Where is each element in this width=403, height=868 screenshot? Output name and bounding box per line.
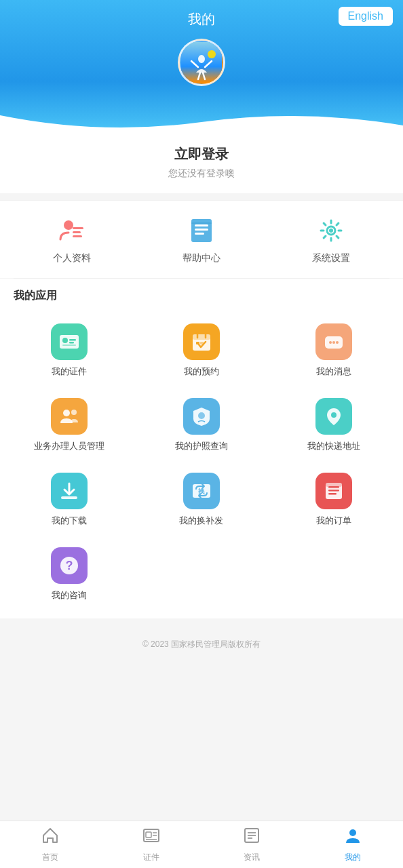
svg-rect-8 [73, 227, 83, 229]
replacement-label: 我的换补发 [179, 515, 223, 527]
nav-mine[interactable]: 我的 [303, 821, 404, 869]
svg-rect-44 [326, 483, 342, 487]
my-appointments-icon [183, 323, 220, 360]
my-messages-label: 我的消息 [316, 366, 351, 378]
svg-point-36 [331, 412, 337, 418]
nav-home-label: 首页 [42, 852, 58, 863]
nav-certificate-label: 证件 [143, 852, 159, 863]
my-downloads-label: 我的下载 [52, 515, 87, 527]
agent-management-icon [51, 398, 88, 435]
my-orders-label: 我的订单 [316, 515, 351, 527]
my-apps-title: 我的应用 [0, 279, 403, 307]
replacement-icon: 换 [183, 473, 220, 509]
svg-point-30 [329, 341, 332, 344]
svg-point-7 [64, 220, 73, 230]
svg-point-56 [349, 829, 356, 836]
quick-actions: 个人资料 帮助中心 系统设置 [0, 200, 403, 278]
my-certificates-label: 我的证件 [52, 366, 87, 378]
header-wave [0, 102, 403, 136]
svg-rect-21 [69, 342, 74, 344]
header: 我的 English [0, 0, 403, 136]
delivery-address-icon [315, 398, 352, 435]
settings-icon [315, 214, 347, 247]
footer-copyright: © 2023 国家移民管理局版权所有 [0, 618, 403, 664]
quick-action-settings[interactable]: 系统设置 [267, 214, 396, 264]
passport-query-icon [183, 398, 220, 435]
app-replacement[interactable]: 换 我的换补发 [136, 462, 268, 537]
my-consultation-icon: ? [51, 547, 88, 584]
bottom-nav-spacer [0, 664, 403, 711]
svg-point-31 [332, 341, 335, 344]
passport-query-label: 我的护照查询 [175, 440, 228, 452]
news-icon [243, 827, 261, 849]
svg-rect-24 [193, 334, 210, 340]
agent-management-label: 业务办理人员管理 [34, 440, 104, 452]
svg-rect-42 [328, 490, 339, 492]
svg-rect-12 [195, 224, 208, 226]
my-orders-icon [315, 473, 352, 509]
mine-icon [344, 827, 362, 849]
svg-text:?: ? [66, 559, 73, 572]
svg-point-2 [198, 55, 205, 63]
app-my-messages[interactable]: 我的消息 [267, 313, 400, 388]
avatar-container[interactable] [178, 39, 225, 86]
my-certificates-icon [51, 323, 88, 360]
settings-label: 系统设置 [312, 252, 350, 264]
nav-certificate[interactable]: 证件 [101, 821, 202, 869]
apps-grid: 我的证件 我的预约 我的消息 [0, 307, 403, 618]
svg-point-34 [71, 410, 77, 415]
quick-action-personal-info[interactable]: 个人资料 [7, 214, 136, 264]
svg-rect-37 [61, 496, 77, 499]
help-center-icon [185, 214, 218, 247]
home-icon [41, 827, 59, 849]
personal-info-icon [56, 214, 88, 247]
svg-rect-13 [195, 229, 208, 231]
svg-point-1 [208, 50, 216, 58]
delivery-address-label: 我的快递地址 [307, 440, 360, 452]
svg-rect-14 [195, 233, 204, 235]
svg-rect-18 [60, 335, 79, 349]
svg-rect-48 [146, 832, 151, 837]
nav-news-label: 资讯 [244, 852, 260, 863]
my-appointments-label: 我的预约 [184, 366, 219, 378]
app-agent-management[interactable]: 业务办理人员管理 [3, 388, 136, 462]
profile-subtitle: 您还没有登录噢 [168, 167, 235, 180]
personal-info-label: 个人资料 [53, 252, 91, 264]
svg-rect-22 [62, 344, 76, 346]
profile-name: 立即登录 [174, 145, 229, 163]
svg-rect-9 [73, 231, 81, 233]
my-messages-icon [315, 323, 352, 360]
app-my-orders[interactable]: 我的订单 [267, 462, 400, 537]
svg-rect-10 [73, 235, 82, 237]
app-my-downloads[interactable]: 我的下载 [3, 462, 136, 537]
app-delivery-address[interactable]: 我的快递地址 [267, 388, 400, 462]
certificate-icon [142, 827, 160, 849]
svg-rect-43 [328, 493, 337, 495]
svg-point-19 [62, 338, 68, 343]
app-my-consultation[interactable]: ? 我的咨询 [3, 537, 136, 612]
profile-section[interactable]: 立即登录 您还没有登录噢 [0, 135, 403, 193]
help-center-label: 帮助中心 [183, 252, 220, 264]
nav-home[interactable]: 首页 [0, 821, 101, 869]
svg-point-33 [63, 410, 70, 416]
my-consultation-label: 我的咨询 [52, 589, 87, 601]
svg-rect-20 [69, 339, 76, 341]
svg-point-32 [336, 341, 339, 344]
avatar [178, 39, 225, 86]
english-button[interactable]: English [339, 7, 393, 26]
quick-action-help-center[interactable]: 帮助中心 [136, 214, 266, 264]
my-downloads-icon [51, 473, 88, 509]
app-passport-query[interactable]: 我的护照查询 [136, 388, 268, 462]
svg-point-35 [198, 412, 205, 419]
svg-text:换: 换 [197, 488, 206, 495]
nav-mine-label: 我的 [345, 852, 361, 863]
app-my-certificates[interactable]: 我的证件 [3, 313, 136, 388]
nav-news[interactable]: 资讯 [202, 821, 303, 869]
app-my-appointments[interactable]: 我的预约 [136, 313, 268, 388]
bottom-nav: 首页 证件 资讯 [0, 821, 403, 868]
svg-point-17 [329, 229, 333, 233]
